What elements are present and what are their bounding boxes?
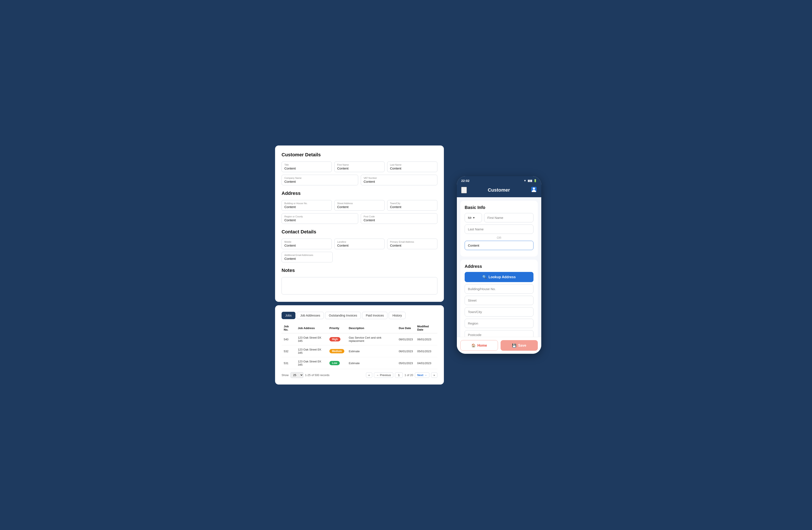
company-name-field[interactable]: Company Name Content bbox=[281, 175, 358, 185]
basic-info-title: Basic Info bbox=[465, 205, 534, 210]
customer-details-row2: Company Name Content VAT Number Content bbox=[281, 175, 437, 185]
vat-number-label: VAT Number bbox=[364, 177, 435, 179]
last-name-value: Content bbox=[390, 167, 435, 170]
mobile-street-row bbox=[465, 296, 534, 305]
mobile-last-name-input[interactable] bbox=[465, 225, 534, 234]
total-pages: 1 of 20 bbox=[405, 373, 413, 377]
cell-job-address: 123 Oak Street EK 345 bbox=[295, 333, 327, 345]
profile-icon bbox=[531, 186, 537, 194]
title-value: Content bbox=[285, 167, 329, 170]
address-row1: Building or House No. Content Street Add… bbox=[281, 200, 437, 211]
pagination-row: Show 25 50 100 1-25 of 500 records « ← P… bbox=[281, 372, 437, 378]
address-row2: Region or County Content Post Code Conte… bbox=[281, 213, 437, 224]
region-field[interactable]: Region or County Content bbox=[281, 213, 358, 224]
page-input[interactable] bbox=[395, 372, 403, 378]
mobile-address-title: Address bbox=[465, 264, 534, 269]
next-page-button[interactable]: Next → bbox=[415, 372, 430, 378]
left-panel: Customer Details Title Content First Nam… bbox=[271, 141, 448, 389]
mobile-first-name-input[interactable] bbox=[484, 213, 534, 223]
salutation-button[interactable]: Mr ▼ bbox=[465, 213, 482, 223]
last-name-label: Last Name bbox=[390, 163, 435, 166]
last-name-field[interactable]: Last Name Content bbox=[387, 161, 437, 172]
mobile-region-row bbox=[465, 319, 534, 328]
tab-job-addresses[interactable]: Job Addresses bbox=[297, 312, 324, 319]
mobile-postcode-row bbox=[465, 330, 534, 337]
pagination-left: Show 25 50 100 1-25 of 500 records bbox=[281, 372, 329, 378]
tabs-row: Jobs Job Addresses Outstanding Invoices … bbox=[281, 312, 437, 319]
town-label: Town/City bbox=[390, 202, 435, 205]
col-description: Description bbox=[347, 323, 396, 333]
last-name-row bbox=[465, 225, 534, 234]
primary-email-label: Primary Email Address bbox=[390, 241, 435, 243]
vat-number-field[interactable]: VAT Number Content bbox=[361, 175, 437, 185]
home-button[interactable]: 🏠 Home bbox=[460, 340, 498, 351]
title-field[interactable]: Title Content bbox=[281, 161, 332, 172]
town-field[interactable]: Town/City Content bbox=[387, 200, 437, 211]
address-title: Address bbox=[281, 190, 437, 196]
primary-email-field[interactable]: Primary Email Address Content bbox=[387, 239, 437, 249]
show-label: Show bbox=[281, 373, 289, 377]
lookup-label: Lookup Address bbox=[489, 275, 516, 279]
tab-jobs[interactable]: Jobs bbox=[281, 312, 295, 319]
table-row[interactable]: 531 123 Oak Street EK 345 Low Estimate 0… bbox=[281, 357, 437, 369]
additional-email-value: Content bbox=[285, 257, 330, 260]
postcode-label: Post Code bbox=[364, 215, 435, 218]
cell-job-no: 531 bbox=[281, 357, 295, 369]
primary-email-value: Content bbox=[390, 244, 435, 247]
building-value: Content bbox=[285, 205, 329, 209]
cell-due-date: 06/01/2023 bbox=[397, 345, 415, 357]
or-divider: OR bbox=[465, 236, 534, 240]
prev-page-button[interactable]: ← Previous bbox=[374, 372, 393, 378]
salutation-value: Mr bbox=[468, 216, 472, 219]
tab-outstanding-invoices[interactable]: Outstanding Invoices bbox=[325, 312, 361, 319]
cell-modified-date: 05/01/2023 bbox=[415, 345, 437, 357]
mobile-street-input[interactable] bbox=[465, 296, 534, 305]
additional-email-field[interactable]: Additional Email Addresses Content bbox=[281, 252, 333, 262]
mobile-building-input[interactable] bbox=[465, 284, 534, 293]
pagination-controls: « ← Previous 1 of 20 Next → » bbox=[366, 372, 437, 378]
save-icon: 💾 bbox=[512, 343, 517, 347]
home-icon: 🏠 bbox=[472, 343, 476, 347]
last-page-button[interactable]: » bbox=[431, 372, 437, 378]
back-button[interactable]: ← bbox=[461, 187, 467, 194]
save-button[interactable]: 💾 Save bbox=[501, 340, 538, 351]
col-job-no: Job No. bbox=[281, 323, 295, 333]
first-name-field[interactable]: First Name Content bbox=[334, 161, 385, 172]
home-label: Home bbox=[477, 344, 487, 347]
col-job-address: Job Address bbox=[295, 323, 327, 333]
first-page-button[interactable]: « bbox=[366, 372, 372, 378]
mobile-region-input[interactable] bbox=[465, 319, 534, 328]
phone-screen: 22:02 ▼ ▮▮▮ 🔋 ← Customer Basi bbox=[457, 176, 541, 354]
contact-details-title: Contact Details bbox=[281, 229, 437, 235]
notes-title: Notes bbox=[281, 268, 437, 273]
mobile-field[interactable]: Mobile Content bbox=[281, 239, 332, 249]
show-select[interactable]: 25 50 100 bbox=[290, 372, 303, 378]
notes-textarea[interactable] bbox=[281, 277, 437, 295]
customer-details-row1: Title Content First Name Content Last Na… bbox=[281, 161, 437, 172]
contact-row1: Mobile Content Landline Content Primary … bbox=[281, 239, 437, 249]
signal-icon: ▮▮▮ bbox=[527, 179, 532, 182]
landline-field[interactable]: Landline Content bbox=[334, 239, 385, 249]
mobile-company-name-input[interactable] bbox=[465, 241, 534, 250]
company-name-value: Content bbox=[285, 180, 356, 183]
postcode-field[interactable]: Post Code Content bbox=[361, 213, 437, 224]
mobile-town-input[interactable] bbox=[465, 307, 534, 316]
search-icon: 🔍 bbox=[482, 275, 487, 279]
status-icons: ▼ ▮▮▮ 🔋 bbox=[523, 179, 537, 182]
tab-history[interactable]: History bbox=[389, 312, 406, 319]
lookup-address-button[interactable]: 🔍 Lookup Address bbox=[465, 272, 534, 282]
status-time: 22:02 bbox=[461, 179, 469, 183]
tab-paid-invoices[interactable]: Paid Invoices bbox=[362, 312, 387, 319]
table-row[interactable]: 532 123 Oak Street EK 345 Medium Estimat… bbox=[281, 345, 437, 357]
mobile-panel: 22:02 ▼ ▮▮▮ 🔋 ← Customer Basi bbox=[457, 176, 541, 354]
cell-description: Gas Service Cert and sink replacement bbox=[347, 333, 396, 345]
building-field[interactable]: Building or House No. Content bbox=[281, 200, 332, 211]
mobile-postcode-input[interactable] bbox=[465, 330, 534, 337]
phone-content: Basic Info Mr ▼ OR Addres bbox=[457, 197, 541, 337]
customer-details-card: Customer Details Title Content First Nam… bbox=[275, 145, 444, 302]
table-row[interactable]: 540 123 Oak Street EK 345 High Gas Servi… bbox=[281, 333, 437, 345]
contact-row2: Additional Email Addresses Content bbox=[281, 252, 437, 262]
cell-job-address: 123 Oak Street EK 345 bbox=[295, 345, 327, 357]
company-name-row bbox=[465, 241, 534, 250]
street-field[interactable]: Street Address Content bbox=[334, 200, 385, 211]
